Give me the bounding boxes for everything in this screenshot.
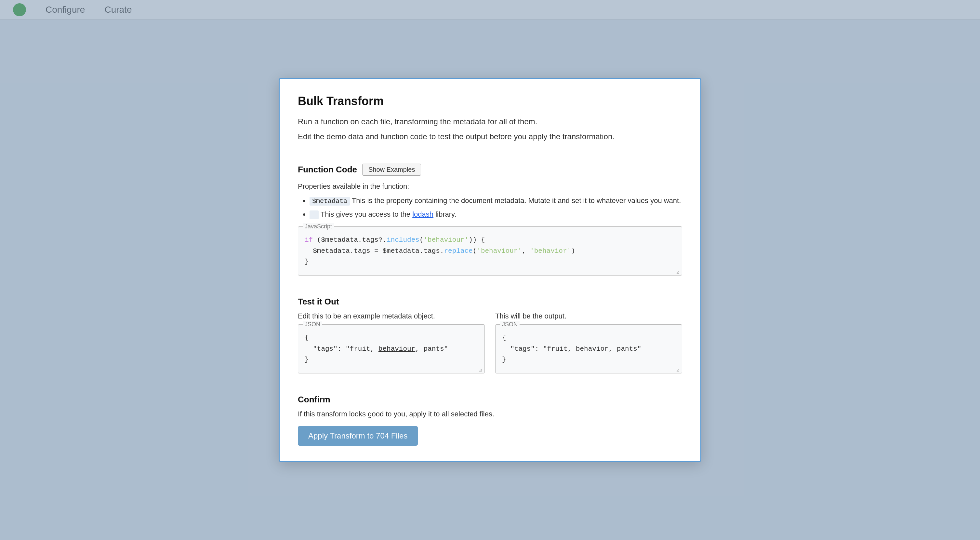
function-code-content[interactable]: if ($metadata.tags?.includes('behaviour'… <box>298 227 682 275</box>
modal-description-1: Run a function on each file, transformin… <box>298 116 682 127</box>
show-examples-button[interactable]: Show Examples <box>362 164 421 176</box>
test-input-label: Edit this to be an example metadata obje… <box>298 312 485 320</box>
test-input-resize[interactable]: ⊿ <box>479 367 483 372</box>
divider-2 <box>298 286 682 286</box>
confirm-description: If this transform looks good to you, app… <box>298 410 682 418</box>
modal-overlay: Bulk Transform Run a function on each fi… <box>0 0 980 540</box>
confirm-title: Confirm <box>298 395 682 405</box>
test-output-viewer: JSON { "tags": "fruit, behavior, pants" … <box>495 324 682 373</box>
properties-intro: Properties available in the function: <box>298 182 682 191</box>
divider-1 <box>298 153 682 153</box>
test-input-col: Edit this to be an example metadata obje… <box>298 312 485 373</box>
lodash-link[interactable]: lodash <box>412 210 433 218</box>
function-code-section-header: Function Code Show Examples <box>298 164 682 176</box>
test-columns: Edit this to be an example metadata obje… <box>298 312 682 373</box>
test-output-col: This will be the output. JSON { "tags": … <box>495 312 682 373</box>
test-section-title: Test it Out <box>298 297 682 307</box>
modal-description-2: Edit the demo data and function code to … <box>298 131 682 142</box>
prop-metadata-code: $metadata <box>310 197 350 205</box>
test-output-label: This will be the output. <box>495 312 682 320</box>
apply-transform-button[interactable]: Apply Transform to 704 Files <box>298 426 418 446</box>
bulk-transform-modal: Bulk Transform Run a function on each fi… <box>278 78 702 462</box>
modal-title: Bulk Transform <box>298 94 682 108</box>
divider-3 <box>298 384 682 384</box>
prop-metadata-item: $metadata This is the property containin… <box>310 195 682 206</box>
test-input-content[interactable]: { "tags": "fruit, behaviour, pants" } <box>298 325 484 373</box>
prop-metadata-desc: This is the property containing the docu… <box>352 196 681 205</box>
resize-handle[interactable]: ⊿ <box>676 269 681 274</box>
function-code-label: Function Code <box>298 165 357 175</box>
test-output-lang: JSON <box>500 321 520 328</box>
properties-list: $metadata This is the property containin… <box>298 195 682 220</box>
test-output-resize[interactable]: ⊿ <box>676 367 681 372</box>
lodash-link-rest: library. <box>435 210 456 218</box>
test-output-content: { "tags": "fruit, behavior, pants" } <box>496 325 682 373</box>
test-input-editor[interactable]: JSON { "tags": "fruit, behaviour, pants"… <box>298 324 485 373</box>
prop-underscore-desc: This gives you access to the <box>321 210 412 218</box>
prop-underscore-item: _ This gives you access to the lodash li… <box>310 209 682 220</box>
test-input-lang: JSON <box>303 321 322 328</box>
code-lang-label: JavaScript <box>303 223 334 230</box>
prop-underscore-code: _ <box>310 210 319 219</box>
function-code-editor[interactable]: JavaScript if ($metadata.tags?.includes(… <box>298 226 682 276</box>
